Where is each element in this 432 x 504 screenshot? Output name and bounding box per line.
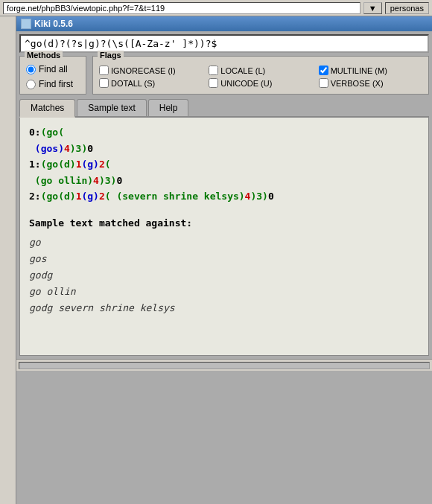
regex-input-row [19,34,429,53]
match-num-1: 1: [29,159,41,170]
match-2-part6: )3) [250,191,267,202]
options-area: Methods Find all Find first Flags [19,56,429,95]
methods-group: Methods Find all Find first [19,56,86,95]
scrollbar-track[interactable] [19,362,430,369]
match-1b-part3: 0 [116,175,122,186]
match-1b-part1: 4 [93,175,99,186]
match-1b-part2: )3) [99,175,116,186]
methods-legend: Methods [25,51,63,60]
find-all-row: Find all [26,64,80,74]
match-2-part3: 2 [99,191,105,202]
tab-help[interactable]: Help [148,99,189,116]
match-0-part4: 0 [87,143,93,154]
match-num-0: 0: [29,127,41,138]
sample-item-1: gos [29,251,419,267]
find-first-row: Find first [26,79,80,89]
match-0-part0: (go( [41,127,64,138]
flag-verbose-label: VERBOSE (X) [331,79,384,88]
flag-dotall: DOTALL (S) [99,78,203,88]
sample-item-4: godg severn shrine kelsys [29,300,419,316]
flag-dotall-checkbox[interactable] [99,78,109,88]
app-title: Kiki 0.5.6 [34,19,73,29]
find-all-label: Find all [39,64,68,74]
sample-item-0: go [29,235,419,251]
flag-locale-label: LOCALE (L) [220,66,265,75]
match-line-2: 2:(go(d)1(g)2( (severn shrine kelsys)4)3… [29,189,419,204]
browser-url-bar[interactable]: forge.net/phpBB3/viewtopic.php?f=7&t=119 [3,2,360,14]
match-1-part4: ( [105,159,111,170]
match-1-part0: (go(d) [41,159,76,170]
match-1-part3: 2 [99,159,105,170]
flag-locale: LOCALE (L) [209,66,312,75]
match-line-1: 1:(go(d)1(g)2( [29,157,419,172]
match-1-part2: (g) [81,159,98,170]
match-0-part2: 4 [64,143,70,154]
find-first-radio[interactable] [26,80,36,89]
match-1b-part0: (go ollin) [35,175,93,186]
sample-section: Sample text matched against: go gos godg… [29,216,419,317]
browser-personas[interactable]: personas [385,2,429,14]
match-0-part3: )3) [70,143,87,154]
flag-multiline-checkbox[interactable] [319,66,328,75]
match-line-0b: (gos)4)3)0 [29,141,419,156]
app-icon [21,19,31,29]
match-2-part2: (g) [81,191,98,202]
flag-ignorecase-checkbox[interactable] [99,66,109,75]
flag-unicode: UNICODE (U) [209,78,312,88]
match-line-1b: (go ollin)4)3)0 [29,173,419,188]
right-panel: Kiki 0.5.6 Methods Find all [16,16,432,504]
flag-multiline-label: MULTILINE (M) [331,66,387,75]
sample-title: Sample text matched against: [29,216,419,231]
match-2-part4: ( (severn shrine kelsys) [105,191,245,202]
flags-grid: IGNORECASE (I) LOCALE (L) MULTILINE (M) [99,66,422,88]
flag-ignorecase-label: IGNORECASE (I) [111,66,176,75]
match-num-2: 2: [29,191,41,202]
flag-dotall-label: DOTALL (S) [111,79,155,88]
flags-group: Flags IGNORECASE (I) LOCALE (L) MULT [92,56,429,95]
flag-verbose: VERBOSE (X) [319,78,422,88]
matches-content: 0:(go( (gos)4)3)0 1:(go(d)1(g)2( (go oll… [19,118,429,356]
app-body: Methods Find all Find first Flags [16,31,432,359]
flag-ignorecase: IGNORECASE (I) [99,66,203,75]
find-all-radio[interactable] [26,65,36,74]
match-2-part7: 0 [268,191,274,202]
browser-bar: forge.net/phpBB3/viewtopic.php?f=7&t=119… [0,0,432,16]
flag-verbose-checkbox[interactable] [319,78,328,88]
flag-locale-checkbox[interactable] [209,66,218,75]
match-2-part0: (go(d) [41,191,76,202]
find-first-label: Find first [39,79,73,89]
browser-go-button[interactable]: ▼ [363,2,382,14]
sample-item-3: go ollin [29,284,419,300]
flag-unicode-label: UNICODE (U) [220,79,272,88]
bottom-scrollbar[interactable] [16,359,432,371]
sample-list: go gos godg go ollin godg severn shrine … [29,235,419,316]
tab-sample-text[interactable]: Sample text [77,99,146,116]
match-line-0: 0:(go( [29,125,419,140]
main-layout: Kiki 0.5.6 Methods Find all [0,16,432,504]
tab-matches[interactable]: Matches [19,99,75,118]
flags-legend: Flags [98,51,124,60]
app-titlebar: Kiki 0.5.6 [16,16,432,31]
left-sidebar-panel [0,16,16,504]
regex-input[interactable] [19,34,429,53]
tab-bar: Matches Sample text Help [19,99,429,118]
flag-multiline: MULTILINE (M) [319,66,422,75]
sample-item-2: godg [29,267,419,284]
match-0-part1: (gos) [35,143,64,154]
flag-unicode-checkbox[interactable] [209,78,218,88]
